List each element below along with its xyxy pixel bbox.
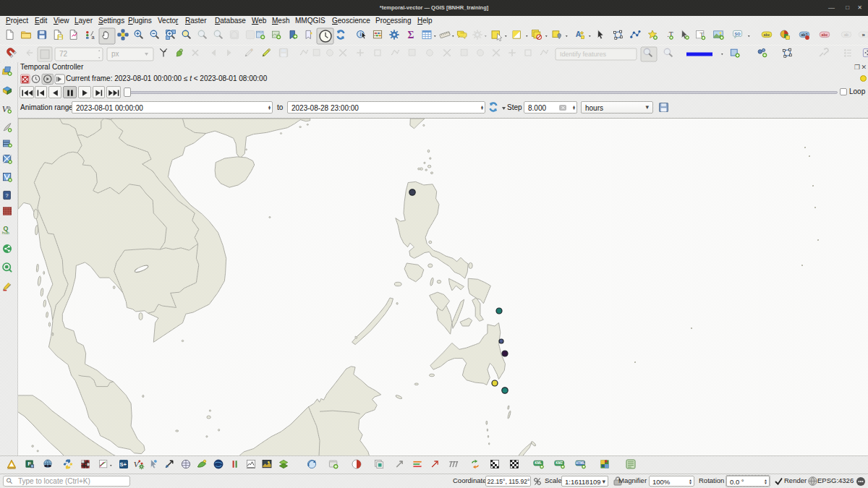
svg-text:ab: ab	[844, 33, 848, 37]
svg-text:KML: KML	[535, 461, 542, 465]
svg-text:KMZ: KMZ	[556, 461, 563, 465]
svg-text:»: »	[862, 32, 866, 38]
svg-text:72: 72	[59, 50, 68, 58]
svg-text:SO: SO	[735, 32, 741, 36]
svg-text:a: a	[91, 34, 94, 40]
svg-text:S+: S+	[119, 461, 127, 468]
svg-text:Σ: Σ	[408, 30, 414, 40]
svg-text:hub: hub	[2, 231, 10, 235]
svg-text:abc: abc	[764, 33, 770, 37]
svg-text:?: ?	[6, 192, 9, 199]
svg-text:abc: abc	[822, 33, 828, 37]
svg-text:HTML: HTML	[576, 461, 585, 465]
svg-text:i: i	[359, 32, 361, 38]
svg-text:A: A	[576, 30, 582, 38]
svg-text:px: px	[111, 50, 119, 58]
svg-text:Identify features: Identify features	[560, 51, 607, 58]
svg-text:V: V	[2, 104, 9, 114]
